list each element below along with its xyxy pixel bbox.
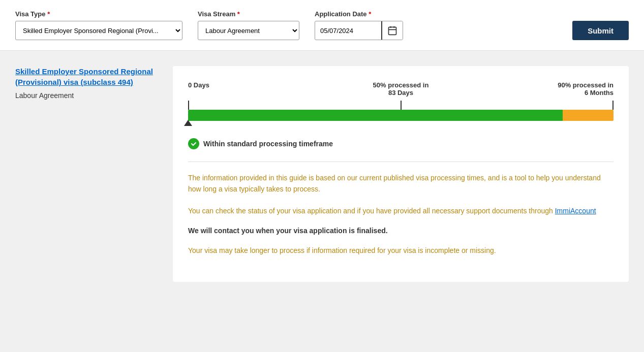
calendar-icon bbox=[387, 25, 397, 36]
visa-type-select[interactable]: Skilled Employer Sponsored Regional (Pro… bbox=[15, 21, 182, 40]
info-paragraph-3: We will contact you when your visa appli… bbox=[188, 227, 614, 235]
timeline-labels: 0 Days 50% processed in 83 Days 90% proc… bbox=[188, 81, 614, 97]
info-paragraph-2: You can check the status of your visa ap… bbox=[188, 205, 614, 216]
info-section: The information provided in this guide i… bbox=[188, 172, 614, 257]
calendar-button[interactable] bbox=[381, 21, 403, 40]
visa-stream-display: Labour Agreement bbox=[15, 91, 158, 100]
visa-title-link[interactable]: Skilled Employer Sponsored Regional (Pro… bbox=[15, 66, 158, 87]
tick-left bbox=[188, 101, 189, 110]
visa-type-label: Visa Type * bbox=[15, 10, 182, 18]
top-bar: Visa Type * Skilled Employer Sponsored R… bbox=[0, 0, 644, 51]
progress-bar-orange bbox=[563, 110, 614, 121]
visa-stream-field: Visa Stream * Labour Agreement bbox=[198, 10, 299, 40]
visa-type-field: Visa Type * Skilled Employer Sponsored R… bbox=[15, 10, 182, 40]
progress-bar-green bbox=[188, 110, 563, 121]
progress-container bbox=[188, 101, 614, 126]
immiaccount-link[interactable]: ImmiAccount bbox=[555, 207, 596, 215]
submit-button[interactable]: Submit bbox=[572, 21, 629, 40]
timeline-label-mid: 50% processed in 83 Days bbox=[373, 81, 429, 97]
progress-pointer bbox=[184, 120, 192, 126]
timeline-label-left: 0 Days bbox=[188, 81, 209, 97]
main-content: Skilled Employer Sponsored Regional (Pro… bbox=[0, 51, 644, 297]
info-paragraph-4: Your visa may take longer to process if … bbox=[188, 245, 614, 256]
visa-stream-select[interactable]: Labour Agreement bbox=[198, 21, 299, 40]
timeline-section: 0 Days 50% processed in 83 Days 90% proc… bbox=[188, 81, 614, 126]
divider bbox=[188, 162, 614, 162]
status-badge: Within standard processing timeframe bbox=[188, 138, 614, 149]
visa-type-required: * bbox=[47, 10, 50, 18]
tick-right bbox=[612, 101, 614, 110]
progress-bar-track bbox=[188, 110, 614, 121]
visa-stream-label: Visa Stream * bbox=[198, 10, 299, 18]
application-date-field: Application Date * bbox=[315, 10, 403, 40]
date-wrapper bbox=[315, 21, 403, 40]
status-text: Within standard processing timeframe bbox=[203, 140, 333, 148]
info-paragraph-1: The information provided in this guide i… bbox=[188, 172, 614, 195]
left-panel: Skilled Employer Sponsored Regional (Pro… bbox=[15, 66, 158, 282]
right-panel: 0 Days 50% processed in 83 Days 90% proc… bbox=[173, 66, 629, 282]
visa-stream-required: * bbox=[237, 10, 240, 18]
tick-mid bbox=[401, 101, 402, 110]
timeline-label-right: 90% processed in 6 Months bbox=[558, 81, 614, 97]
application-date-required: * bbox=[369, 10, 371, 18]
svg-rect-0 bbox=[389, 27, 396, 35]
application-date-input[interactable] bbox=[315, 23, 381, 39]
status-icon bbox=[188, 138, 199, 149]
application-date-label: Application Date * bbox=[315, 10, 403, 18]
